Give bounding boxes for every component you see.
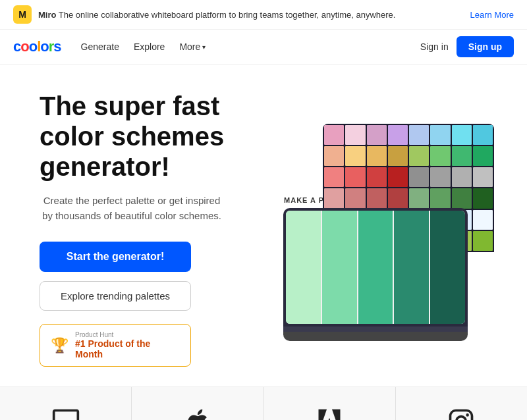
color-cell: [452, 125, 472, 145]
color-cell: [473, 231, 493, 251]
color-cell: [388, 188, 408, 208]
start-generator-button[interactable]: Start the generator!: [40, 242, 191, 272]
explore-trending-button[interactable]: Explore trending palettes: [40, 281, 191, 311]
desktop-icon: [51, 407, 80, 420]
hero-subtitle: Create the perfect palette or get inspir…: [40, 194, 224, 223]
color-cell: [409, 146, 429, 166]
icon-tile-monitor[interactable]: [0, 387, 132, 420]
color-cell: [430, 188, 450, 208]
hero-title: The super fast color schemes generator!: [40, 91, 264, 182]
product-hunt-text: Product Hunt #1 Product of the Month: [75, 331, 180, 359]
nav-more[interactable]: More ▾: [179, 41, 206, 52]
color-cell: [473, 146, 493, 166]
color-cell: [345, 167, 365, 187]
nav-links: Generate Explore More ▾: [81, 41, 407, 52]
hero-left: The super fast color schemes generator! …: [40, 91, 264, 367]
nav-more-label: More: [179, 41, 200, 52]
palette-strip: [358, 211, 393, 324]
color-cell: [367, 167, 387, 187]
color-cell: [324, 125, 344, 145]
adobe-icon: [315, 407, 344, 420]
color-cell: [388, 125, 408, 145]
hero-section: The super fast color schemes generator! …: [0, 65, 527, 386]
signup-button[interactable]: Sign up: [457, 36, 514, 57]
palette-strip: [430, 211, 465, 324]
coolors-logo[interactable]: coolors: [13, 38, 61, 55]
navbar: coolors Generate Explore More ▾ Sign in …: [0, 30, 527, 65]
color-cell: [324, 188, 344, 208]
product-hunt-label: Product Hunt: [75, 331, 180, 338]
color-cell: [473, 188, 493, 208]
color-cell: [452, 167, 472, 187]
color-cell: [473, 210, 493, 230]
color-cell: [409, 167, 429, 187]
palette-strip: [394, 211, 429, 324]
color-cell: [324, 167, 344, 187]
color-cell: [452, 188, 472, 208]
color-cell: [430, 146, 450, 166]
color-cell: [388, 167, 408, 187]
palette-strip: [322, 211, 357, 324]
color-cell: [452, 146, 472, 166]
signin-button[interactable]: Sign in: [420, 41, 449, 52]
hero-right: EXPLORE ↷ MAKE A PALETTE ↷: [264, 111, 501, 348]
color-cell: [345, 146, 365, 166]
color-cell: [367, 146, 387, 166]
chevron-down-icon: ▾: [202, 43, 206, 51]
laptop-screen-inner: [286, 211, 465, 324]
product-hunt-rank: #1 Product of the Month: [75, 338, 180, 359]
bottom-icons-row: [0, 386, 527, 420]
laptop-base: [283, 332, 468, 341]
instagram-icon: [447, 407, 476, 420]
laptop-hinge: [283, 327, 468, 332]
color-cell: [367, 125, 387, 145]
banner-learn-more-link[interactable]: Learn More: [470, 10, 514, 20]
color-cell: [430, 125, 450, 145]
nav-generate[interactable]: Generate: [81, 41, 119, 52]
banner-text: Miro The online collaborative whiteboard…: [38, 10, 464, 20]
color-cell: [473, 167, 493, 187]
banner-brand: Miro: [38, 10, 56, 20]
color-cell: [409, 188, 429, 208]
miro-logo: M: [13, 5, 32, 24]
nav-explore[interactable]: Explore: [134, 41, 165, 52]
laptop-screen-outer: [283, 208, 468, 327]
color-cell: [388, 146, 408, 166]
color-cell: [430, 167, 450, 187]
icon-tile-adobe[interactable]: [264, 387, 396, 420]
palette-strip: [286, 211, 321, 324]
color-cell: [409, 125, 429, 145]
color-cell: [345, 125, 365, 145]
top-banner: M Miro The online collaborative whiteboa…: [0, 0, 527, 30]
apple-icon: [183, 407, 212, 420]
banner-description: The online collaborative whiteboard plat…: [59, 10, 396, 20]
laptop-illustration: [283, 208, 468, 341]
color-cell: [473, 125, 493, 145]
icon-tile-apple[interactable]: [132, 387, 264, 420]
product-hunt-badge[interactable]: 🏆 Product Hunt #1 Product of the Month: [40, 324, 191, 367]
color-cell: [345, 188, 365, 208]
nav-actions: Sign in Sign up: [420, 36, 514, 57]
color-cell: [367, 188, 387, 208]
trophy-icon: 🏆: [51, 337, 69, 354]
icon-tile-instagram[interactable]: [396, 387, 527, 420]
color-cell: [324, 146, 344, 166]
